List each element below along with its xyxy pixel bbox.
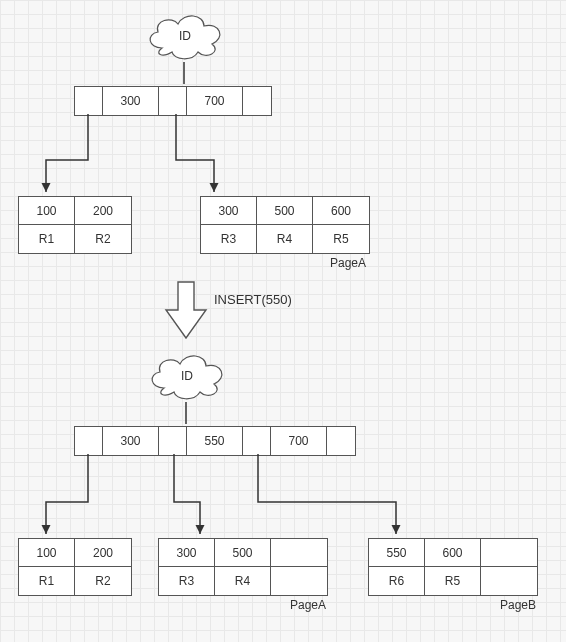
row-cell: R6 [369,567,425,595]
row-cell: R5 [425,567,481,595]
page-label-a2: PageA [290,598,326,612]
row-cell [271,567,327,595]
page-label-b: PageB [500,598,536,612]
root-cell: 300 [103,87,159,115]
key-cell: 100 [19,539,75,567]
key-cell: 100 [19,197,75,225]
root-after: 300 550 700 [74,426,356,456]
root-cell [159,427,187,455]
row-cell: R2 [75,225,131,253]
key-cell [271,539,327,567]
leaf2-after: 300 500 R3 R4 [158,538,328,596]
leaf1-after: 100 200 R1 R2 [18,538,132,596]
root-cell [75,427,103,455]
row-cell: R2 [75,567,131,595]
operation-label: INSERT(550) [214,292,292,307]
leaf3-after: 550 600 R6 R5 [368,538,538,596]
row-cell: R4 [257,225,313,253]
root-cell: 700 [187,87,243,115]
root-cell: 550 [187,427,243,455]
down-arrow-icon [162,280,210,347]
key-cell: 300 [159,539,215,567]
root-cell [243,87,271,115]
row-cell: R4 [215,567,271,595]
cloud-after: ID [142,348,232,403]
row-cell: R1 [19,567,75,595]
root-cell [327,427,355,455]
root-cell: 300 [103,427,159,455]
row-cell [481,567,537,595]
row-cell: R3 [159,567,215,595]
leaf-right-before: 300 500 600 R3 R4 R5 [200,196,370,254]
cloud-before: ID [140,8,230,63]
root-before: 300 700 [74,86,272,116]
root-cell [159,87,187,115]
cloud-label: ID [181,369,193,383]
key-cell [481,539,537,567]
key-cell: 200 [75,539,131,567]
key-cell: 600 [313,197,369,225]
key-cell: 300 [201,197,257,225]
row-cell: R3 [201,225,257,253]
leaf-left-before: 100 200 R1 R2 [18,196,132,254]
root-cell: 700 [271,427,327,455]
key-cell: 600 [425,539,481,567]
key-cell: 500 [215,539,271,567]
key-cell: 500 [257,197,313,225]
key-cell: 200 [75,197,131,225]
row-cell: R5 [313,225,369,253]
root-cell [75,87,103,115]
key-cell: 550 [369,539,425,567]
page-label-a: PageA [330,256,366,270]
row-cell: R1 [19,225,75,253]
cloud-label: ID [179,29,191,43]
root-cell [243,427,271,455]
